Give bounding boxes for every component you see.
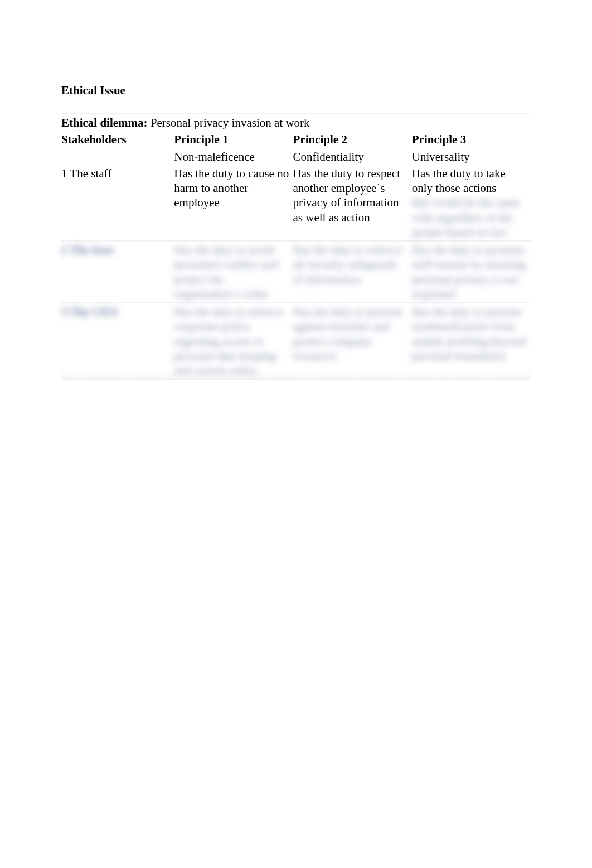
header-principle-2: Principle 2 [293,133,347,146]
header-principle-3: Principle 3 [412,133,466,146]
p1-cell: Has the duty to cause no harm to another… [174,165,293,241]
header-stakeholders: Stakeholders [61,133,127,146]
p2-cell-obscured: Has the duty to enforce all security saf… [293,243,402,286]
p2-cell: Has the duty to respect another employee… [293,165,412,241]
table-row: 3 The CEO Has the duty to enforce corpor… [61,303,531,379]
table-row: 1 The staff Has the duty to cause no har… [61,165,531,241]
dilemma-text: Personal privacy invasion at work [151,116,310,129]
stakeholder-cell-obscured: 2 The boss [61,243,114,257]
subheader-row: Non-maleficence Confidentiality Universa… [61,148,531,165]
p3-obscured-text: that would be the same with regardless o… [412,195,527,239]
stakeholder-cell: 1 The staff [61,165,174,241]
section-title: Ethical Issue [61,84,531,98]
header-principle-1: Principle 1 [174,133,228,146]
subheader-p2: Confidentiality [293,148,412,165]
dilemma-label: Ethical dilemma: [61,116,148,129]
p1-cell-obscured: Has the duty to avoid personnel conflict… [174,243,278,301]
dilemma-row: Ethical dilemma: Personal privacy invasi… [61,114,531,131]
header-row: Stakeholders Principle 1 Principle 2 Pri… [61,131,531,148]
p3-cell-obscured: Has the duty to promote staff morale by … [412,243,526,301]
p3-cell: Has the duty to take only those actions … [412,165,531,241]
p1-cell-obscured: Has the duty to enforce corporate policy… [174,305,283,377]
subheader-p1: Non-maleficence [174,148,293,165]
p3-cell-obscured: Has the duty to prevent nonbeneficiaries… [412,305,526,363]
p2-cell-obscured: Has the duty to prevent against breaches… [293,305,402,363]
ethics-table-container: Ethical dilemma: Personal privacy invasi… [61,113,531,380]
table-row: 2 The boss Has the duty to avoid personn… [61,241,531,303]
document-page: Ethical Issue Ethical dilemma: Personal … [0,0,592,380]
subheader-p3: Universality [412,148,531,165]
p3-clear-text: Has the duty to take only those actions [412,166,527,196]
ethics-table: Ethical dilemma: Personal privacy invasi… [61,113,531,379]
stakeholder-cell-obscured: 3 The CEO [61,305,118,319]
